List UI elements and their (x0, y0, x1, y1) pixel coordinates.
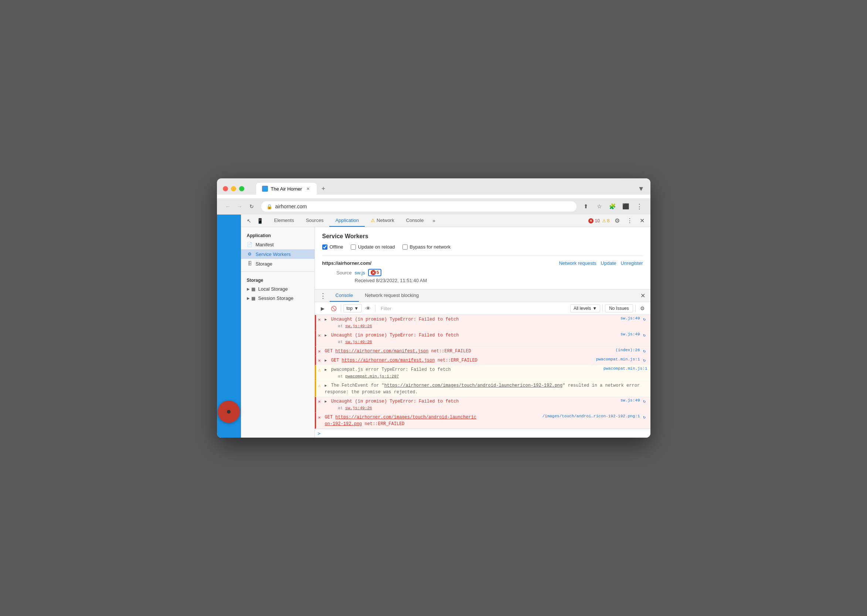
log-entry: ✕ ▶ Uncaught (in promise) TypeError: Fai… (315, 331, 650, 347)
extensions-button[interactable]: 🧩 (608, 201, 618, 212)
active-tab[interactable]: 🌐 The Air Horner ✕ (256, 183, 317, 195)
offline-checkbox-label[interactable]: Offline (322, 244, 343, 250)
error-icon: ✕ (318, 399, 321, 404)
window-controls-chevron[interactable]: ▼ (638, 185, 645, 193)
update-on-reload-checkbox-label[interactable]: Update on reload (351, 244, 395, 250)
console-tab-console[interactable]: Console (329, 289, 359, 302)
sidebar-item-service-workers[interactable]: ⚙ Service Workers (241, 249, 315, 259)
manifest-icon: 📄 (247, 242, 253, 247)
menu-button[interactable]: ⋮ (634, 201, 645, 212)
inspect-element-button[interactable]: ↖ (244, 215, 254, 227)
bypass-checkbox-label[interactable]: Bypass for network (402, 244, 451, 250)
log-reload-icon[interactable]: ↻ (642, 357, 648, 363)
devtools-more-button[interactable]: ⋮ (624, 216, 635, 226)
back-button[interactable]: ← (223, 201, 233, 212)
console-settings-gear[interactable]: ⚙ (638, 303, 648, 313)
error-count-badge[interactable]: ✕ 10 (588, 218, 599, 223)
eye-button[interactable]: 👁 (363, 303, 373, 313)
sidebar-item-label-manifest: Manifest (256, 242, 274, 247)
minimize-traffic-light[interactable] (231, 186, 236, 191)
tab-sources[interactable]: Sources (300, 215, 329, 227)
bypass-checkbox[interactable] (402, 245, 408, 250)
airhorn-button[interactable] (218, 401, 240, 423)
log-reload-icon[interactable]: ↻ (642, 398, 648, 404)
warning-count-badge[interactable]: ⚠ 8 (602, 218, 610, 223)
execute-button[interactable]: ▶ (318, 303, 328, 313)
log-source[interactable]: sw.js:49 (615, 316, 640, 321)
log-url-link[interactable]: https://airhorner.com/manifest.json (342, 358, 435, 363)
tab-network[interactable]: ⚠ Network (365, 215, 400, 227)
sidebar-item-storage[interactable]: 🗄 Storage (241, 259, 315, 269)
profile-button[interactable]: ⬛ (621, 201, 631, 212)
log-reload-icon[interactable]: ↻ (642, 332, 648, 338)
context-selector[interactable]: top ▼ (343, 304, 362, 313)
console-panel-more-button[interactable]: ⋮ (318, 291, 328, 301)
devtools-toolbar: ↖ 📱 Elements Sources Application ⚠ Netwo… (241, 215, 650, 227)
console-tab-network-blocking[interactable]: Network request blocking (359, 289, 425, 302)
log-sub-link[interactable]: pwacompat.min.js:1:207 (345, 374, 399, 379)
expand-arrow-icon[interactable]: ▶ (325, 368, 327, 372)
log-source[interactable]: /images/touch/androi…ricon-192-192.png:1 (536, 414, 640, 418)
log-fetch-link[interactable]: https://airhorner.com/images/touch/andro… (385, 383, 563, 388)
log-url-link[interactable]: https://airhorner.com/manifest.json (335, 349, 428, 354)
log-entry: ⚠ ▶ pwacompat.js error TypeError: Failed… (315, 365, 650, 381)
expand-arrow-icon[interactable]: ▶ (325, 317, 327, 322)
log-source[interactable]: sw.js:49 (615, 398, 640, 402)
browser-content: ↖ 📱 Elements Sources Application ⚠ Netwo… (217, 215, 650, 438)
maximize-traffic-light[interactable] (239, 186, 244, 191)
expand-arrow-icon[interactable]: ▶ (325, 333, 327, 338)
sw-panel-title: Service Workers (322, 233, 643, 240)
sidebar-item-local-storage[interactable]: ▶ ▦ Local Storage (241, 284, 315, 294)
sw-source-file-link[interactable]: sw.js (355, 270, 365, 275)
log-sub-link[interactable]: sw.js:49:26 (345, 324, 372, 328)
devtools-settings-button[interactable]: ⚙ (612, 216, 622, 226)
console-controls: ▶ 🚫 top ▼ 👁 All levels (315, 302, 650, 315)
sidebar-label-session-storage: Session Storage (259, 295, 293, 301)
sidebar-icon-local-storage: ▦ (251, 287, 255, 292)
tab-application[interactable]: Application (329, 215, 365, 227)
tab-elements[interactable]: Elements (268, 215, 300, 227)
sidebar-item-manifest[interactable]: 📄 Manifest (241, 240, 315, 249)
log-reload-icon[interactable]: ↻ (642, 348, 648, 354)
no-issues-badge[interactable]: No Issues (605, 304, 633, 313)
expand-arrow-icon[interactable]: ▶ (325, 384, 327, 388)
devtools-close-button[interactable]: ✕ (637, 216, 648, 226)
log-sub-link[interactable]: sw.js:49:26 (345, 340, 372, 344)
unregister-link[interactable]: Unregister (621, 260, 643, 266)
offline-checkbox[interactable] (322, 245, 328, 250)
log-sub-link[interactable]: sw.js:49:26 (345, 406, 372, 410)
sw-received-row: Received 8/23/2022, 11:51:40 AM (322, 278, 643, 283)
log-source[interactable]: pwacompat.min.js:1 (590, 357, 640, 361)
log-reload-icon[interactable]: ↻ (642, 316, 648, 322)
expand-arrow-icon[interactable]: ▶ (325, 399, 327, 404)
filter-input[interactable] (378, 304, 569, 313)
refresh-button[interactable]: ↻ (246, 201, 257, 212)
log-source[interactable]: sw.js:49 (615, 332, 640, 336)
console-close-button[interactable]: ✕ (638, 291, 648, 300)
device-toolbar-button[interactable]: 📱 (255, 215, 265, 227)
log-source[interactable]: (index):26 (609, 348, 640, 352)
log-reload-icon[interactable]: ↻ (642, 414, 648, 420)
sw-error-badge[interactable]: ✕ 5 (368, 269, 382, 276)
new-tab-button[interactable]: + (318, 184, 329, 194)
console-input[interactable] (323, 431, 647, 436)
share-button[interactable]: ⬆ (581, 201, 591, 212)
update-link[interactable]: Update (601, 260, 616, 266)
log-source[interactable]: pwacompat.min.js:1 (597, 366, 648, 371)
levels-selector[interactable]: All levels ▼ (570, 304, 600, 313)
url-bar[interactable]: 🔒 airhorner.com (261, 201, 577, 212)
more-tabs-button[interactable]: » (429, 215, 438, 226)
sw-received-date: Received 8/23/2022, 11:51:40 AM (355, 278, 427, 283)
forward-button[interactable]: → (235, 201, 245, 212)
network-warning-icon: ⚠ (370, 217, 375, 223)
close-traffic-light[interactable] (223, 186, 228, 191)
update-on-reload-checkbox[interactable] (351, 245, 356, 250)
sidebar-item-session-storage[interactable]: ▶ ▦ Session Storage (241, 294, 315, 303)
network-requests-link[interactable]: Network requests (559, 260, 596, 266)
tab-close-button[interactable]: ✕ (305, 186, 311, 192)
bookmark-button[interactable]: ☆ (594, 201, 605, 212)
clear-console-button[interactable]: 🚫 (329, 303, 339, 313)
tab-console[interactable]: Console (400, 215, 430, 227)
expand-arrow-icon[interactable]: ▶ (325, 358, 327, 363)
log-url-link[interactable]: https://airhorner.com/images/touch/andro… (325, 415, 476, 427)
